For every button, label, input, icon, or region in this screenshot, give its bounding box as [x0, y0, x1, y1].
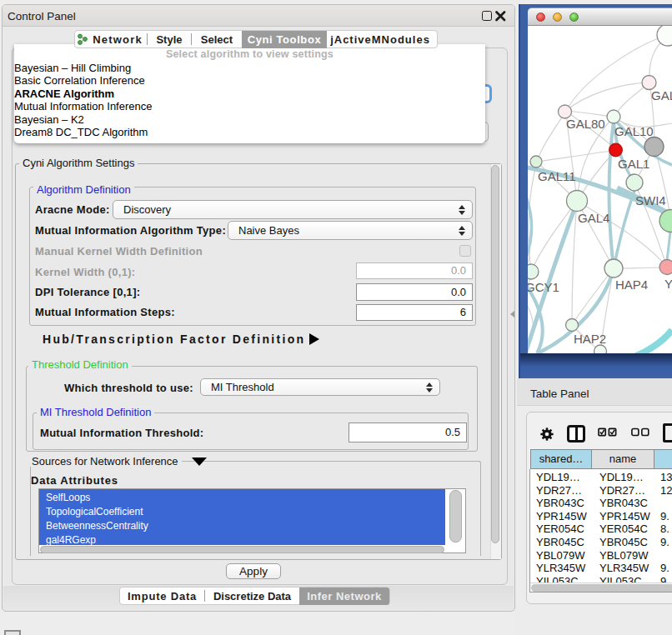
svg-text:HAP4: HAP4: [615, 278, 648, 292]
svg-text:GAL11: GAL11: [538, 169, 576, 183]
svg-text:GCY1: GCY1: [528, 280, 559, 294]
svg-text:GAL10: GAL10: [614, 124, 654, 138]
svg-text:GAL4: GAL4: [578, 211, 609, 225]
svg-text:GAL80: GAL80: [566, 117, 605, 131]
svg-text:GAL2: GAL2: [651, 88, 672, 102]
svg-text:GAL1: GAL1: [618, 157, 649, 171]
svg-text:SWI4: SWI4: [635, 193, 666, 208]
svg-text:HAP2: HAP2: [574, 332, 606, 346]
svg-text:Y: Y: [664, 277, 672, 291]
